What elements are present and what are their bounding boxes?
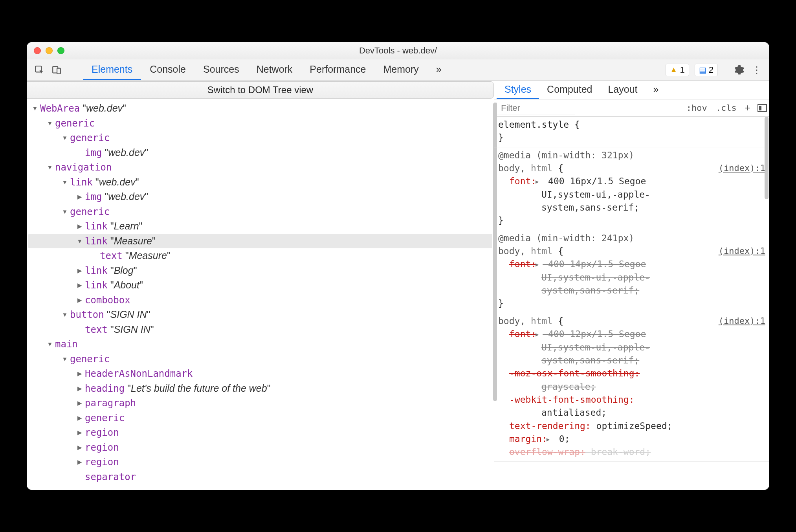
expand-icon[interactable] (75, 263, 84, 278)
ax-role: generic (70, 354, 110, 365)
subtab-styles[interactable]: Styles (497, 81, 539, 99)
tree-node[interactable]: separator (28, 470, 492, 484)
expand-icon[interactable] (75, 411, 84, 426)
tree-node[interactable]: generic (28, 204, 492, 219)
accessibility-tree[interactable]: WebArea "web.dev"genericgenericimg "web.… (27, 99, 494, 490)
expand-icon[interactable] (75, 425, 84, 440)
subtab-computed[interactable]: Computed (539, 81, 600, 99)
tab-network[interactable]: Network (248, 59, 301, 80)
tree-node[interactable]: HeaderAsNonLandmark (28, 366, 492, 381)
issues-badge[interactable]: ▤ 2 (695, 64, 718, 76)
tree-node[interactable]: link "About" (28, 278, 492, 293)
computed-panel-toggle-icon[interactable] (757, 104, 767, 112)
tab-memory[interactable]: Memory (374, 59, 427, 80)
tab-sources[interactable]: Sources (194, 59, 248, 80)
expand-icon[interactable] (61, 307, 69, 322)
expand-icon[interactable] (75, 293, 84, 308)
expand-icon[interactable] (75, 278, 84, 293)
styles-filter-input[interactable] (497, 102, 575, 114)
warnings-badge[interactable]: ▲ 1 (666, 64, 689, 76)
expand-icon[interactable] (75, 381, 84, 396)
tree-node[interactable]: navigation (28, 160, 492, 175)
css-declaration-overridden[interactable]: font:▶ 400 14px/1.5 Segoe UI,system-ui,-… (498, 258, 765, 297)
ax-role: text (100, 250, 123, 261)
expand-icon[interactable] (75, 440, 84, 455)
tree-node[interactable]: link "web.dev" (28, 175, 492, 190)
expand-icon[interactable] (31, 101, 39, 116)
zoom-icon[interactable] (57, 47, 64, 54)
subtab-overflow[interactable]: » (646, 81, 667, 99)
tree-node[interactable]: heading "Let's build the future of the w… (28, 381, 492, 396)
new-style-rule-icon[interactable]: + (742, 102, 753, 114)
css-declaration[interactable]: text-rendering: optimizeSpeed; (498, 420, 765, 433)
tab-performance[interactable]: Performance (301, 59, 374, 80)
scrollbar[interactable] (765, 117, 768, 199)
tree-node[interactable]: link "Measure" (28, 234, 492, 249)
css-declaration[interactable]: -webkit-font-smoothing: antialiased; (498, 393, 765, 420)
expand-icon[interactable] (75, 189, 84, 204)
expand-icon[interactable] (61, 204, 69, 219)
more-icon[interactable]: ⋮ (750, 63, 764, 77)
ax-name: web.dev (108, 191, 145, 202)
css-rule[interactable]: @media (min-width: 321px) (index):1 body… (494, 147, 769, 230)
css-rule[interactable]: @media (min-width: 241px) (index):1 body… (494, 230, 769, 313)
settings-icon[interactable] (732, 63, 746, 77)
hover-toggle[interactable]: :hov (683, 103, 710, 113)
tree-node[interactable]: region (28, 455, 492, 470)
expand-icon[interactable] (61, 352, 69, 367)
expand-icon[interactable] (75, 396, 84, 411)
tree-node[interactable]: link "Blog" (28, 263, 492, 278)
device-toggle-icon[interactable] (50, 63, 64, 77)
css-declaration[interactable]: margin:▶ 0; (498, 433, 765, 446)
css-declaration-overridden[interactable]: -moz-osx-font-smoothing: grayscale; (498, 367, 765, 393)
tab-overflow[interactable]: » (427, 59, 450, 80)
minimize-icon[interactable] (46, 47, 53, 54)
styles-body[interactable]: element.style { } @media (min-width: 321… (494, 117, 769, 490)
expand-icon[interactable] (46, 116, 54, 131)
expand-icon[interactable] (61, 130, 69, 145)
source-link[interactable]: (index):1 (719, 162, 765, 174)
tree-node[interactable]: img "web.dev" (28, 145, 492, 160)
tree-node[interactable]: region (28, 425, 492, 440)
tree-node[interactable]: paragraph (28, 396, 492, 411)
tab-elements[interactable]: Elements (83, 59, 141, 80)
tree-node[interactable]: text "SIGN IN" (28, 322, 492, 337)
expand-icon[interactable] (75, 234, 84, 249)
css-declaration-overridden[interactable]: font:▶ 400 12px/1.5 Segoe UI,system-ui,-… (498, 328, 765, 367)
tree-node[interactable]: WebArea "web.dev" (28, 101, 492, 116)
expand-icon[interactable] (75, 366, 84, 381)
tree-node[interactable]: button "SIGN IN" (28, 307, 492, 322)
close-icon[interactable] (34, 47, 41, 54)
styles-tabs: Styles Computed Layout » (494, 81, 769, 99)
source-link[interactable]: (index):1 (719, 245, 765, 257)
css-declaration-overridden[interactable]: overflow-wrap: break-word; (498, 446, 765, 459)
ax-role: HeaderAsNonLandmark (85, 368, 193, 379)
switch-to-dom-button[interactable]: Switch to DOM Tree view (27, 81, 494, 99)
source-link[interactable]: (index):1 (719, 315, 765, 327)
tree-node[interactable]: combobox (28, 293, 492, 308)
tree-node[interactable]: img "web.dev" (28, 189, 492, 204)
warnings-count: 1 (680, 65, 685, 75)
subtab-layout[interactable]: Layout (600, 81, 645, 99)
tree-node[interactable]: link "Learn" (28, 219, 492, 234)
class-toggle[interactable]: .cls (713, 103, 740, 113)
main-toolbar: Elements Console Sources Network Perform… (27, 59, 769, 81)
inspect-icon[interactable] (32, 63, 46, 77)
tab-console[interactable]: Console (141, 59, 194, 80)
element-style-rule[interactable]: element.style { } (494, 117, 769, 147)
tree-node[interactable]: text "Measure" (28, 248, 492, 263)
titlebar: DevTools - web.dev/ (27, 42, 769, 59)
expand-icon[interactable] (46, 160, 54, 175)
css-rule[interactable]: (index):1 body, html { font:▶ 400 12px/1… (494, 313, 769, 462)
tree-node[interactable]: region (28, 440, 492, 455)
tree-node[interactable]: generic (28, 130, 492, 145)
expand-icon[interactable] (61, 175, 69, 190)
tree-node[interactable]: main (28, 337, 492, 352)
css-declaration[interactable]: font:▶ 400 16px/1.5 Segoe UI,system-ui,-… (498, 175, 765, 214)
expand-icon[interactable] (75, 219, 84, 234)
tree-node[interactable]: generic (28, 352, 492, 367)
tree-node[interactable]: generic (28, 411, 492, 426)
tree-node[interactable]: generic (28, 116, 492, 131)
expand-icon[interactable] (46, 337, 54, 352)
expand-icon[interactable] (75, 455, 84, 470)
